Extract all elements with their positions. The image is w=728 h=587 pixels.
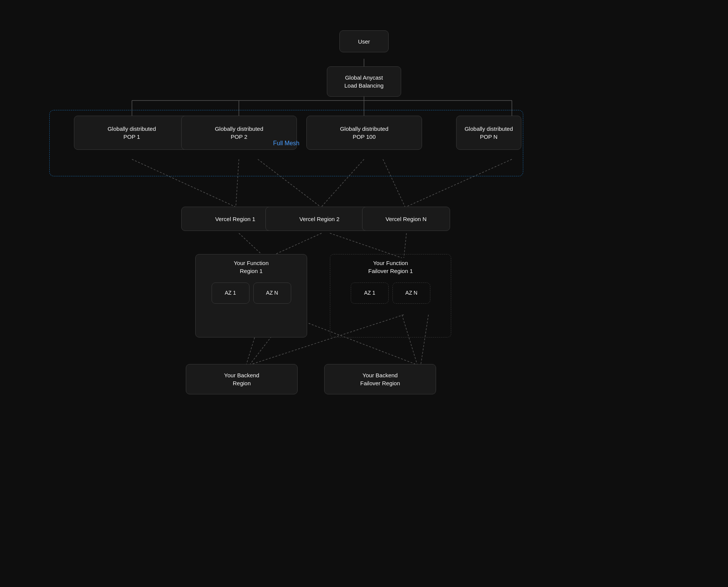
backend-region-label: Your Backend Region [224, 371, 259, 387]
load-balancer-node: Global Anycast Load Balancing [327, 66, 401, 97]
popN-label: Globally distributed POP N [464, 125, 513, 141]
vercelN-label: Vercel Region N [386, 215, 427, 223]
az1-func1: AZ 1 [212, 283, 249, 304]
architecture-diagram: User Global Anycast Load Balancing Globa… [0, 0, 728, 587]
pop100-node: Globally distributed POP 100 [306, 116, 422, 150]
pop1-node: Globally distributed POP 1 [74, 116, 190, 150]
func-region1-node: Your Function Region 1 AZ 1 AZ N [195, 254, 307, 337]
backend-failover-label: Your Backend Failover Region [360, 371, 400, 387]
load-balancer-label: Global Anycast Load Balancing [344, 74, 383, 89]
func-region1-label: Your Function Region 1 [201, 259, 301, 275]
backend-region-node: Your Backend Region [186, 364, 298, 394]
func-failover1-label: Your Function Failover Region 1 [336, 259, 446, 275]
vercel2-node: Vercel Region 2 [265, 207, 373, 231]
az-group-failover1: AZ 1 AZ N [336, 283, 446, 304]
user-label: User [358, 38, 370, 46]
popN-node: Globally distributed POP N [456, 116, 521, 150]
az1-failover1: AZ 1 [351, 283, 389, 304]
az1-func1-label: AZ 1 [225, 289, 236, 297]
vercel2-label: Vercel Region 2 [300, 215, 340, 223]
pop2-label: Globally distributed POP 2 [215, 125, 264, 141]
azN-func1-label: AZ N [266, 289, 278, 297]
az-group-func1: AZ 1 AZ N [201, 283, 301, 304]
backend-failover-node: Your Backend Failover Region [324, 364, 436, 394]
vercelN-node: Vercel Region N [362, 207, 450, 231]
func-failover1-node: Your Function Failover Region 1 AZ 1 AZ … [330, 254, 451, 337]
pop100-label: Globally distributed POP 100 [340, 125, 389, 141]
azN-failover1: AZ N [392, 283, 430, 304]
pop2-node: Globally distributed POP 2 [181, 116, 297, 150]
vercel1-label: Vercel Region 1 [215, 215, 256, 223]
pop1-label: Globally distributed POP 1 [108, 125, 156, 141]
azN-failover1-label: AZ N [405, 289, 417, 297]
user-node: User [339, 30, 389, 52]
azN-func1: AZ N [253, 283, 291, 304]
az1-failover1-label: AZ 1 [364, 289, 375, 297]
